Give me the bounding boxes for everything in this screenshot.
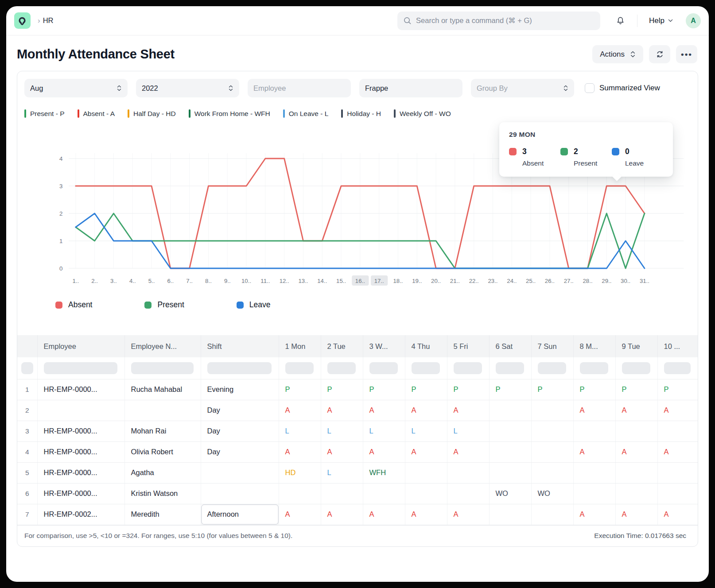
attendance-cell[interactable]: A [363, 441, 405, 462]
help-menu[interactable]: Help [646, 16, 676, 26]
column-filter-cell[interactable] [615, 357, 657, 379]
attendance-cell[interactable]: P [447, 379, 489, 400]
attendance-cell[interactable] [531, 421, 573, 441]
attendance-cell[interactable]: A [279, 504, 321, 525]
attendance-cell[interactable]: A [447, 504, 489, 525]
column-filter-input[interactable] [412, 362, 440, 374]
column-filter-cell[interactable] [124, 357, 201, 379]
column-header[interactable]: Employee [37, 335, 124, 357]
summarized-view-toggle[interactable]: Summarized View [585, 83, 660, 93]
attendance-cell[interactable] [489, 400, 531, 421]
employee-id-cell[interactable]: HR-EMP-0000... [37, 379, 124, 400]
column-filter-cell[interactable] [657, 357, 698, 379]
attendance-cell[interactable] [531, 504, 573, 525]
shift-cell[interactable]: Day [201, 441, 279, 462]
attendance-cell[interactable]: A [279, 400, 321, 421]
attendance-cell[interactable] [657, 483, 698, 504]
column-header[interactable]: 8 M... [573, 335, 615, 357]
row-number-header[interactable] [17, 335, 37, 357]
column-filter-cell[interactable] [17, 357, 37, 379]
column-filter-input[interactable] [285, 362, 314, 374]
column-filter-cell[interactable] [363, 357, 405, 379]
attendance-cell[interactable]: A [363, 504, 405, 525]
employee-id-cell[interactable]: HR-EMP-0000... [37, 462, 124, 483]
search-input[interactable]: Search or type a command (⌘ + G) [397, 12, 600, 30]
attendance-cell[interactable]: A [321, 441, 363, 462]
employee-filter-input[interactable]: Employee [248, 79, 351, 97]
column-filter-input[interactable] [454, 362, 482, 374]
attendance-cell[interactable]: L [363, 421, 405, 441]
column-filter-input[interactable] [44, 362, 117, 374]
column-header[interactable]: 3 W... [363, 335, 405, 357]
attendance-cell[interactable]: A [321, 400, 363, 421]
column-header[interactable]: 9 Tue [615, 335, 657, 357]
attendance-cell[interactable] [489, 441, 531, 462]
column-header[interactable]: 10 ... [657, 335, 698, 357]
attendance-cell[interactable]: WFH [363, 462, 405, 483]
attendance-cell[interactable]: P [405, 379, 447, 400]
column-filter-cell[interactable] [573, 357, 615, 379]
attendance-cell[interactable]: P [321, 379, 363, 400]
attendance-cell[interactable] [657, 421, 698, 441]
attendance-cell[interactable]: A [321, 504, 363, 525]
attendance-cell[interactable] [447, 462, 489, 483]
column-filter-cell[interactable] [531, 357, 573, 379]
notifications-button[interactable] [614, 14, 627, 27]
column-filter-input[interactable] [131, 362, 194, 374]
employee-name-cell[interactable]: Agatha [124, 462, 201, 483]
attendance-cell[interactable]: WO [531, 483, 573, 504]
attendance-cell[interactable] [363, 483, 405, 504]
attendance-cell[interactable] [615, 421, 657, 441]
column-filter-cell[interactable] [447, 357, 489, 379]
attendance-cell[interactable]: L [405, 421, 447, 441]
attendance-cell[interactable]: A [657, 504, 698, 525]
attendance-cell[interactable]: A [447, 400, 489, 421]
attendance-cell[interactable] [489, 421, 531, 441]
month-select[interactable]: Aug [24, 79, 128, 97]
attendance-cell[interactable]: A [615, 400, 657, 421]
attendance-cell[interactable] [573, 483, 615, 504]
breadcrumb[interactable]: HR [43, 16, 54, 25]
column-filter-cell[interactable] [321, 357, 363, 379]
column-filter-cell[interactable] [405, 357, 447, 379]
attendance-cell[interactable]: A [405, 441, 447, 462]
employee-id-cell[interactable] [37, 400, 124, 421]
attendance-cell[interactable]: L [279, 421, 321, 441]
column-filter-input[interactable] [327, 362, 356, 374]
attendance-cell[interactable] [531, 462, 573, 483]
column-filter-input[interactable] [580, 362, 608, 374]
attendance-cell[interactable] [279, 483, 321, 504]
column-header[interactable]: 7 Sun [531, 335, 573, 357]
attendance-cell[interactable] [573, 421, 615, 441]
column-filter-input[interactable] [369, 362, 398, 374]
attendance-cell[interactable]: HD [279, 462, 321, 483]
attendance-cell[interactable]: A [279, 441, 321, 462]
attendance-cell[interactable]: WO [489, 483, 531, 504]
attendance-cell[interactable]: L [447, 421, 489, 441]
column-header[interactable]: 1 Mon [279, 335, 321, 357]
attendance-cell[interactable]: A [405, 400, 447, 421]
employee-name-cell[interactable] [124, 400, 201, 421]
column-header[interactable]: 5 Fri [447, 335, 489, 357]
summarized-view-checkbox[interactable] [585, 83, 595, 93]
attendance-cell[interactable]: A [615, 504, 657, 525]
employee-id-cell[interactable]: HR-EMP-0000... [37, 483, 124, 504]
avatar[interactable]: A [686, 13, 701, 28]
attendance-cell[interactable] [447, 483, 489, 504]
attendance-cell[interactable] [615, 462, 657, 483]
column-header[interactable]: Shift [201, 335, 279, 357]
column-header[interactable]: Employee N... [124, 335, 201, 357]
shift-cell[interactable]: Evening [201, 379, 279, 400]
column-filter-cell[interactable] [201, 357, 279, 379]
attendance-cell[interactable]: A [573, 441, 615, 462]
employee-id-cell[interactable]: HR-EMP-0000... [37, 441, 124, 462]
column-filter-input[interactable] [622, 362, 650, 374]
attendance-cell[interactable] [531, 400, 573, 421]
group-by-select[interactable]: Group By [471, 79, 574, 97]
attendance-cell[interactable]: A [447, 441, 489, 462]
shift-cell[interactable] [201, 483, 279, 504]
employee-name-cell[interactable]: Rucha Mahabal [124, 379, 201, 400]
attendance-cell[interactable]: P [489, 379, 531, 400]
attendance-cell[interactable] [321, 483, 363, 504]
column-filter-cell[interactable] [37, 357, 124, 379]
